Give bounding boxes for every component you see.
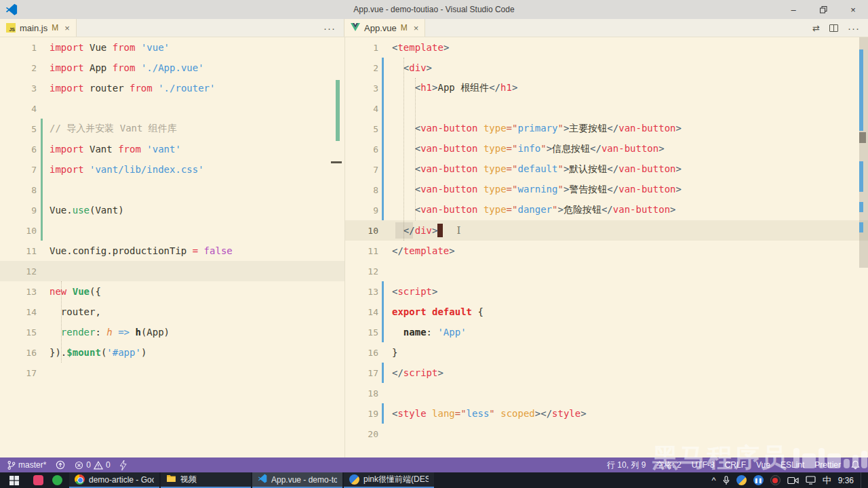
code-line[interactable]: 4: [345, 98, 868, 119]
pause-recording-icon[interactable]: ❚❚: [753, 475, 764, 485]
sync-changes-button[interactable]: [56, 460, 65, 470]
code-line[interactable]: 3 <h1>App 根组件</h1>: [345, 78, 868, 98]
code-line[interactable]: 20: [345, 424, 868, 444]
code-line[interactable]: 2import App from './App.vue': [0, 58, 344, 78]
problems-indicator[interactable]: 0 0: [75, 460, 110, 470]
split-editor-button[interactable]: [829, 24, 838, 32]
line-number: 10: [0, 226, 37, 236]
start-button[interactable]: [0, 472, 28, 488]
code-line[interactable]: 18: [345, 383, 868, 403]
open-changes-button[interactable]: ⇄: [812, 23, 820, 33]
indent-guide: [61, 281, 62, 363]
clock[interactable]: 9:36: [838, 476, 854, 485]
show-desktop-button[interactable]: [861, 472, 864, 488]
tab-close-icon[interactable]: ×: [414, 23, 419, 33]
code-line[interactable]: 11</template>: [345, 241, 868, 261]
more-actions-right-button[interactable]: ···: [848, 22, 860, 34]
code-line[interactable]: 12: [345, 261, 868, 281]
code-line[interactable]: 1import Vue from 'vue': [0, 37, 344, 58]
taskbar-button-label: demo-article - Goo...: [89, 475, 154, 485]
code-line[interactable]: 6import Vant from 'vant': [0, 139, 344, 159]
code-line[interactable]: 8 <van-button type="warning">警告按钮</van-b…: [345, 180, 868, 200]
code-line[interactable]: 6 <van-button type="info">信息按钮</van-butt…: [345, 139, 868, 159]
editor-app-vue[interactable]: 1<template>2 <div>3 <h1>App 根组件</h1>45 <…: [344, 37, 868, 458]
tab-group-left: JSmain.jsM× ···: [0, 19, 344, 37]
code-line[interactable]: 15 render: h => h(App): [0, 322, 344, 342]
line-number: 17: [0, 368, 37, 378]
code-line[interactable]: 5// 导入并安装 Vant 组件库: [0, 119, 344, 139]
line-number: 14: [0, 307, 37, 317]
code-line[interactable]: 9 <van-button type="danger">危险按钮</van-bu…: [345, 200, 868, 220]
code-line[interactable]: 16}: [345, 342, 868, 363]
code-line[interactable]: 14export default {: [345, 302, 868, 322]
code-line[interactable]: 13new Vue({: [0, 281, 344, 302]
language-mode[interactable]: Vue: [756, 460, 770, 470]
close-button[interactable]: ×: [838, 0, 868, 19]
code-line[interactable]: 13<script>: [345, 281, 868, 302]
prettier-status[interactable]: Prettier: [814, 460, 841, 470]
notifications-button[interactable]: [851, 460, 860, 470]
code-line[interactable]: 15 name: 'App': [345, 322, 868, 342]
network-display-icon[interactable]: [806, 476, 816, 485]
overview-ruler-left: [335, 37, 344, 458]
code-line[interactable]: 19<style lang="less" scoped></style>: [345, 403, 868, 424]
eslint-status[interactable]: ESLint: [781, 460, 804, 470]
code-line[interactable]: 17</script>: [345, 363, 868, 383]
line-number: 17: [345, 368, 378, 378]
minimize-button[interactable]: –: [778, 0, 808, 19]
taskbar-button-folder[interactable]: 视频: [161, 472, 251, 488]
js-icon: JS: [6, 23, 16, 33]
code-text: <script>: [392, 286, 437, 297]
microphone-icon[interactable]: [723, 476, 730, 485]
code-line[interactable]: 3import router from './router': [0, 78, 344, 98]
scrollbar[interactable]: [859, 37, 868, 458]
green-app-icon: [52, 475, 62, 485]
pinned-app-red[interactable]: [28, 472, 47, 488]
code-line[interactable]: 2 <div>: [345, 58, 868, 78]
more-actions-left-button[interactable]: ···: [323, 22, 336, 34]
line-number: 15: [0, 327, 37, 338]
pinned-app-green[interactable]: [47, 472, 66, 488]
taskbar-button-label: App.vue - demo-to...: [271, 475, 337, 485]
code-line[interactable]: 5 <van-button type="primary">主要按钮</van-b…: [345, 119, 868, 139]
code-text: import App from './App.vue': [50, 62, 204, 73]
line-number: 16: [0, 348, 37, 358]
record-icon[interactable]: [770, 475, 781, 485]
errors-icon: [75, 461, 83, 470]
taskbar-button-vscode[interactable]: App.vue - demo-to...: [252, 472, 342, 488]
code-line[interactable]: 17: [0, 363, 344, 383]
tab-app-vue[interactable]: App.vueM×: [344, 19, 425, 37]
restore-button[interactable]: [808, 0, 838, 19]
camcorder-icon[interactable]: [787, 476, 799, 485]
tray-ball-icon[interactable]: [736, 475, 747, 485]
cursor-position[interactable]: 行 10, 列 9: [607, 460, 646, 471]
code-line[interactable]: 8: [0, 180, 344, 200]
code-line[interactable]: 11Vue.config.productionTip = false: [0, 241, 344, 261]
indentation[interactable]: 空格: 2: [656, 460, 681, 471]
taskbar-button-ball[interactable]: pink很懂前端(DESKT...: [344, 472, 434, 488]
code-line[interactable]: 1<template>: [345, 37, 868, 58]
tab-main-js[interactable]: JSmain.jsM×: [0, 19, 77, 37]
code-line[interactable]: 7import 'vant/lib/index.css': [0, 159, 344, 180]
line-number: 4: [345, 104, 378, 114]
code-line[interactable]: 10 </div>I: [345, 220, 868, 241]
line-number: 16: [345, 348, 378, 358]
line-number: 18: [345, 388, 378, 399]
tray-chevron-icon[interactable]: ^: [712, 475, 716, 485]
tab-close-icon[interactable]: ×: [64, 23, 70, 33]
ime-indicator[interactable]: 中: [823, 474, 831, 487]
eol-sequence[interactable]: CRLF: [725, 460, 746, 470]
lightning-indicator[interactable]: [120, 460, 127, 470]
editor-main-js[interactable]: 1import Vue from 'vue'2import App from '…: [0, 37, 344, 458]
encoding[interactable]: UTF-8: [692, 460, 715, 470]
code-line[interactable]: 14 router,: [0, 302, 344, 322]
code-line[interactable]: 9Vue.use(Vant): [0, 200, 344, 220]
line-number: 2: [345, 63, 378, 73]
code-line[interactable]: 10: [0, 220, 344, 241]
code-line[interactable]: 4: [0, 98, 344, 119]
git-branch-indicator[interactable]: master*: [7, 460, 46, 470]
code-line[interactable]: 16}).$mount('#app'): [0, 342, 344, 363]
taskbar-button-chrome[interactable]: demo-article - Goo...: [69, 472, 159, 488]
code-line[interactable]: 7 <van-button type="default">默认按钮</van-b…: [345, 159, 868, 180]
code-line[interactable]: 12: [0, 261, 344, 281]
